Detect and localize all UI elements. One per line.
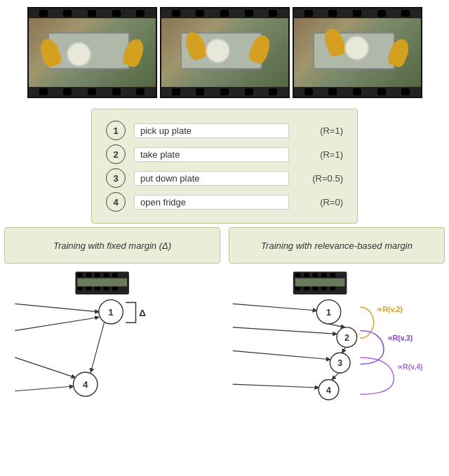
film-holes-top-2: [161, 8, 288, 18]
bottom-panels: Training with fixed margin (Δ) 1: [0, 227, 449, 418]
action-number-3: 3: [106, 168, 126, 188]
film-image-3: [294, 18, 421, 87]
svg-line-16: [15, 304, 99, 311]
film-hole: [172, 10, 180, 17]
film-hole: [112, 10, 121, 17]
svg-rect-27: [330, 273, 335, 277]
kitchen-bg: [161, 18, 288, 87]
film-hole: [88, 88, 96, 95]
film-holes-top-1: [29, 8, 156, 18]
svg-rect-29: [304, 287, 309, 291]
svg-rect-2: [86, 273, 92, 277]
svg-text:1: 1: [326, 307, 332, 318]
svg-text:3: 3: [337, 358, 342, 368]
film-hole: [377, 88, 386, 95]
svg-line-17: [15, 318, 99, 331]
left-diagram-svg: 1 4 Δ: [0, 264, 224, 418]
action-label-1: pick up plate: [134, 123, 289, 138]
film-hole: [401, 10, 410, 17]
film-hole: [401, 88, 410, 95]
svg-rect-33: [295, 278, 345, 286]
action-row-4: 4 open fridge (R=0): [106, 192, 343, 212]
film-hole: [136, 88, 145, 95]
svg-line-44: [233, 351, 330, 359]
action-label-3: put down plate: [134, 171, 289, 186]
svg-rect-4: [104, 273, 109, 277]
film-hole: [39, 88, 48, 95]
svg-line-42: [233, 304, 317, 311]
film-holes-bottom-3: [294, 87, 421, 97]
film-strip-container: [0, 0, 449, 105]
film-frame-3: [293, 7, 422, 98]
svg-rect-31: [321, 287, 327, 291]
svg-text:∝R(v,2): ∝R(v,2): [377, 305, 402, 313]
svg-rect-7: [86, 287, 92, 291]
svg-line-19: [15, 386, 73, 391]
film-hole: [196, 10, 204, 17]
film-hole: [353, 88, 361, 95]
svg-rect-11: [77, 278, 127, 286]
kitchen-bg: [29, 18, 156, 87]
plate: [67, 42, 91, 67]
svg-text:∝R(v,4): ∝R(v,4): [397, 362, 422, 371]
film-holes-bottom-1: [29, 87, 156, 97]
svg-rect-32: [330, 287, 335, 291]
svg-rect-1: [77, 273, 83, 277]
svg-line-21: [91, 322, 104, 372]
film-hole: [328, 88, 337, 95]
action-row-3: 3 put down plate (R=0.5): [106, 168, 343, 188]
film-hole: [63, 10, 72, 17]
action-reward-2: (R=1): [297, 149, 343, 160]
film-hole: [269, 10, 277, 17]
film-hole: [304, 88, 313, 95]
svg-rect-28: [295, 287, 301, 291]
film-hole: [39, 10, 48, 17]
svg-text:4: 4: [326, 386, 331, 395]
action-reward-3: (R=0.5): [297, 173, 343, 184]
film-hole: [220, 10, 229, 17]
right-panel-header: Training with relevance-based margin: [229, 227, 445, 264]
film-hole: [245, 10, 253, 17]
film-hole: [245, 88, 253, 95]
action-label-2: take plate: [134, 147, 289, 162]
svg-rect-26: [321, 273, 327, 277]
left-panel-diagram: 1 4 Δ: [0, 264, 224, 418]
action-number-1: 1: [106, 121, 126, 140]
svg-line-18: [15, 358, 75, 378]
film-hole: [196, 88, 204, 95]
film-hole: [63, 88, 72, 95]
svg-line-48: [332, 373, 339, 380]
film-hole: [136, 10, 145, 17]
left-panel-header: Training with fixed margin (Δ): [4, 227, 220, 264]
svg-rect-9: [104, 287, 109, 291]
film-holes-top-3: [294, 8, 421, 18]
film-hole: [353, 10, 361, 17]
action-row-1: 1 pick up plate (R=1): [106, 121, 343, 140]
film-hole: [220, 88, 229, 95]
film-frame-2: [160, 7, 290, 98]
svg-text:2: 2: [344, 333, 349, 343]
plate: [344, 36, 369, 60]
film-hole: [112, 88, 121, 95]
svg-rect-25: [313, 273, 319, 277]
svg-line-45: [233, 384, 319, 388]
svg-rect-10: [112, 287, 118, 291]
film-hole: [377, 10, 386, 17]
action-reward-1: (R=1): [297, 125, 343, 136]
svg-rect-8: [95, 287, 100, 291]
action-table: 1 pick up plate (R=1) 2 take plate (R=1)…: [91, 109, 358, 224]
svg-text:Δ: Δ: [139, 308, 146, 318]
film-hole: [304, 10, 313, 17]
plate: [206, 39, 230, 63]
svg-text:4: 4: [83, 379, 88, 390]
svg-line-43: [233, 327, 337, 334]
film-frame-1: [27, 7, 157, 98]
right-diagram-svg: 1 2 3 4 ∝R(v,2): [224, 264, 449, 418]
svg-line-46: [329, 324, 345, 327]
svg-rect-5: [112, 273, 118, 277]
svg-rect-6: [77, 287, 83, 291]
action-reward-4: (R=0): [297, 197, 343, 208]
action-row-2: 2 take plate (R=1): [106, 144, 343, 164]
svg-rect-3: [95, 273, 100, 277]
left-panel: Training with fixed margin (Δ) 1: [0, 227, 224, 418]
